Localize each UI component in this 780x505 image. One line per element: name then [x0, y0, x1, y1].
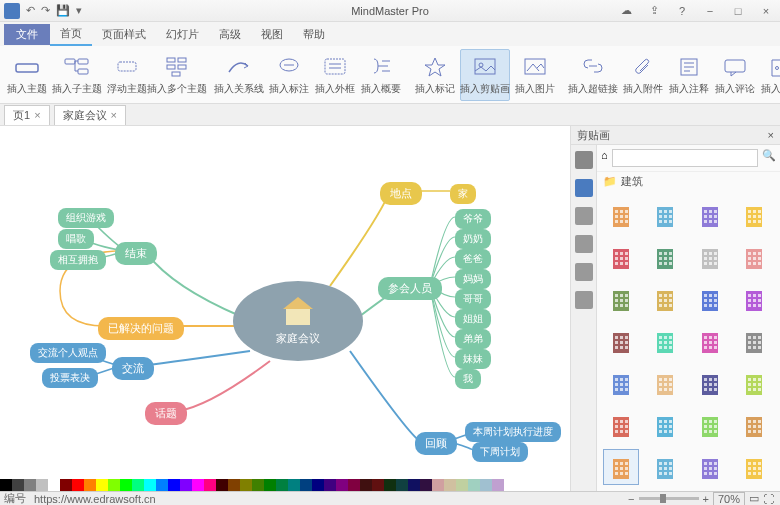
- clipart-building[interactable]: [736, 197, 772, 233]
- topic-huigu[interactable]: 回顾: [415, 432, 457, 455]
- palette-swatch[interactable]: [336, 479, 348, 491]
- tab-icon-icon[interactable]: [575, 263, 593, 281]
- insert-image-button[interactable]: 插入图片: [514, 49, 556, 101]
- clipart-building[interactable]: [647, 365, 683, 401]
- menu-help[interactable]: 帮助: [293, 24, 335, 45]
- clipart-building[interactable]: [647, 281, 683, 317]
- save-icon[interactable]: 💾: [56, 4, 70, 17]
- minimize-button[interactable]: −: [696, 0, 724, 22]
- topic-member[interactable]: 姐姐: [455, 309, 491, 329]
- insert-comment-button[interactable]: 插入评论: [714, 49, 756, 101]
- insert-summary-button[interactable]: 插入概要: [360, 49, 402, 101]
- tab-style-icon[interactable]: [575, 235, 593, 253]
- floating-topic-button[interactable]: 浮动主题: [106, 49, 148, 101]
- close-icon[interactable]: ×: [34, 109, 40, 121]
- palette-swatch[interactable]: [24, 479, 36, 491]
- palette-swatch[interactable]: [288, 479, 300, 491]
- center-topic[interactable]: 家庭会议: [233, 281, 363, 361]
- cloud-icon[interactable]: ☁: [612, 0, 640, 22]
- tab-clipart-icon[interactable]: [575, 179, 593, 197]
- palette-swatch[interactable]: [240, 479, 252, 491]
- palette-swatch[interactable]: [132, 479, 144, 491]
- topic-nextweek[interactable]: 下周计划: [472, 442, 528, 462]
- palette-swatch[interactable]: [216, 479, 228, 491]
- insert-topic-button[interactable]: 插入主题: [6, 49, 48, 101]
- clipart-building[interactable]: [736, 323, 772, 359]
- topic-game[interactable]: 组织游戏: [58, 208, 114, 228]
- palette-swatch[interactable]: [192, 479, 204, 491]
- home-icon[interactable]: ⌂: [601, 149, 608, 167]
- clipart-building[interactable]: [692, 323, 728, 359]
- insert-attach-button[interactable]: 插入附件: [622, 49, 664, 101]
- palette-swatch[interactable]: [480, 479, 492, 491]
- clipart-building[interactable]: [736, 281, 772, 317]
- palette-swatch[interactable]: [60, 479, 72, 491]
- doc-tab-family[interactable]: 家庭会议×: [54, 105, 126, 125]
- panel-close-icon[interactable]: ×: [768, 129, 774, 141]
- topic-home[interactable]: 家: [450, 184, 476, 204]
- palette-swatch[interactable]: [108, 479, 120, 491]
- menu-advanced[interactable]: 高级: [209, 24, 251, 45]
- maximize-button[interactable]: □: [724, 0, 752, 22]
- topic-member[interactable]: 爷爷: [455, 209, 491, 229]
- palette-swatch[interactable]: [468, 479, 480, 491]
- palette-swatch[interactable]: [84, 479, 96, 491]
- topic-unresolved[interactable]: 已解决的问题: [98, 317, 184, 340]
- fit-width-icon[interactable]: ⛶: [763, 493, 774, 505]
- clipart-building[interactable]: [647, 197, 683, 233]
- palette-swatch[interactable]: [156, 479, 168, 491]
- clipart-building[interactable]: [647, 407, 683, 443]
- clipart-building[interactable]: [647, 449, 683, 485]
- doc-tab-page1[interactable]: 页1×: [4, 105, 50, 125]
- palette-swatch[interactable]: [420, 479, 432, 491]
- topic-hug[interactable]: 相互拥抱: [50, 250, 106, 270]
- clipart-building[interactable]: [692, 197, 728, 233]
- palette-swatch[interactable]: [360, 479, 372, 491]
- palette-swatch[interactable]: [276, 479, 288, 491]
- tab-recent-icon[interactable]: [575, 151, 593, 169]
- topic-opinion[interactable]: 交流个人观点: [30, 343, 106, 363]
- topic-didian[interactable]: 地点: [380, 182, 422, 205]
- palette-swatch[interactable]: [444, 479, 456, 491]
- palette-swatch[interactable]: [432, 479, 444, 491]
- palette-swatch[interactable]: [372, 479, 384, 491]
- palette-swatch[interactable]: [228, 479, 240, 491]
- topic-member[interactable]: 奶奶: [455, 229, 491, 249]
- palette-swatch[interactable]: [384, 479, 396, 491]
- clipart-building[interactable]: [692, 449, 728, 485]
- topic-member[interactable]: 我: [455, 369, 481, 389]
- zoom-out-icon[interactable]: −: [628, 493, 634, 505]
- topic-member[interactable]: 妈妈: [455, 269, 491, 289]
- palette-swatch[interactable]: [348, 479, 360, 491]
- zoom-slider[interactable]: [639, 497, 699, 500]
- palette-swatch[interactable]: [144, 479, 156, 491]
- insert-tag-button[interactable]: 插入标签: [760, 49, 780, 101]
- clipart-building[interactable]: [603, 365, 639, 401]
- zoom-in-icon[interactable]: +: [703, 493, 709, 505]
- insert-note-button[interactable]: 插入注释: [668, 49, 710, 101]
- topic-jiaoliu[interactable]: 交流: [112, 357, 154, 380]
- topic-vote[interactable]: 投票表决: [42, 368, 98, 388]
- share-icon[interactable]: ⇪: [640, 0, 668, 22]
- palette-swatch[interactable]: [36, 479, 48, 491]
- clipart-building[interactable]: [647, 323, 683, 359]
- clipart-building[interactable]: [647, 239, 683, 275]
- clipart-building[interactable]: [736, 365, 772, 401]
- menu-slideshow[interactable]: 幻灯片: [156, 24, 209, 45]
- redo-icon[interactable]: ↷: [41, 4, 50, 17]
- palette-swatch[interactable]: [252, 479, 264, 491]
- menu-page-style[interactable]: 页面样式: [92, 24, 156, 45]
- palette-swatch[interactable]: [324, 479, 336, 491]
- color-palette[interactable]: [0, 479, 504, 491]
- palette-swatch[interactable]: [456, 479, 468, 491]
- insert-callout-button[interactable]: 插入标注: [268, 49, 310, 101]
- fit-page-icon[interactable]: ▭: [749, 492, 759, 505]
- insert-link-button[interactable]: 插入超链接: [568, 49, 618, 101]
- tab-more-icon[interactable]: [575, 291, 593, 309]
- palette-swatch[interactable]: [312, 479, 324, 491]
- palette-swatch[interactable]: [492, 479, 504, 491]
- clipart-building[interactable]: [603, 239, 639, 275]
- clipart-building[interactable]: [736, 449, 772, 485]
- topic-member[interactable]: 爸爸: [455, 249, 491, 269]
- topic-member[interactable]: 哥哥: [455, 289, 491, 309]
